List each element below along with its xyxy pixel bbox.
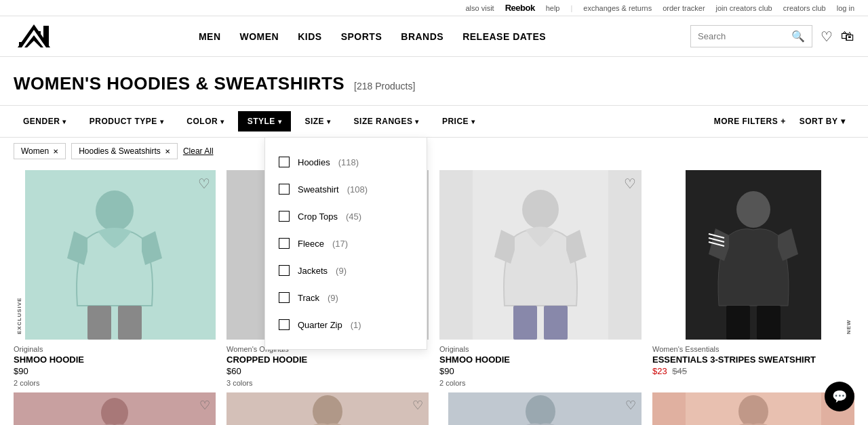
product-info-1: Originals SHMOO HOODIE $90 2 colors [14, 340, 216, 390]
bottom-card-1[interactable]: ♡ [14, 392, 216, 425]
product-info-4: Women's Essentials ESSENTIALS 3-STRIPES … [652, 340, 854, 379]
hoodies-filter-close-icon[interactable]: ✕ [165, 148, 170, 155]
nav-release-dates[interactable]: RELEASE DATES [462, 28, 546, 45]
page-title-area: WOMEN'S HOODIES & SWEATSHIRTS [218 Produ… [0, 57, 868, 105]
price-chevron-icon: ▾ [471, 118, 475, 125]
bottom-card-2[interactable]: ♡ [226, 392, 429, 425]
bottom-card-3[interactable]: ♡ EXCLUSIVE [439, 392, 642, 425]
nav-men[interactable]: MEN [199, 28, 221, 45]
product-info-3: Originals SHMOO HOODIE $90 2 colors [439, 340, 642, 390]
product-card-3[interactable]: ♡ Originals SHMOO HOODIE $90 2 colors [439, 170, 642, 390]
gender-filter-btn[interactable]: GENDER ▾ [14, 111, 76, 131]
clear-all-link[interactable]: Clear All [183, 146, 214, 156]
join-creators-link[interactable]: join creators club [716, 4, 772, 12]
product-name-4: ESSENTIALS 3-STRIPES SWEATSHIRT [652, 355, 854, 365]
products-grid: EXCLUSIVE ♡ Originals SHMOO HOODIE $90 2… [0, 170, 868, 390]
product-type-chevron-icon: ▾ [160, 118, 164, 125]
style-option-crop-tops[interactable]: Crop Tops (45) [279, 203, 413, 230]
product-category-4: Women's Essentials [652, 345, 854, 353]
header: MEN WOMEN KIDS SPORTS BRANDS RELEASE DAT… [0, 16, 868, 57]
top-bar: also visit Reebok help | exchanges & ret… [0, 0, 868, 16]
order-tracker-link[interactable]: order tracker [663, 4, 705, 12]
wishlist-btn-4[interactable]: ♡ [825, 176, 837, 192]
style-option-track[interactable]: Track (9) [279, 284, 413, 311]
style-option-fleece[interactable]: Fleece (17) [279, 230, 413, 257]
nav-kids[interactable]: KIDS [298, 28, 321, 45]
size-ranges-chevron-icon: ▾ [415, 118, 419, 125]
product-name-2: CROPPED HOODIE [226, 355, 429, 365]
sweatshirt-checkbox[interactable] [279, 184, 290, 195]
track-checkbox[interactable] [279, 292, 290, 303]
wishlist-btn-3[interactable]: ♡ [624, 176, 636, 192]
svg-rect-12 [118, 306, 142, 340]
nav-brands[interactable]: BRANDS [401, 28, 443, 45]
search-icon[interactable]: 🔍 [791, 30, 805, 43]
style-option-quarter-zip[interactable]: Quarter Zip (1) [279, 311, 413, 338]
svg-rect-27 [726, 306, 750, 340]
color-chevron-icon: ▾ [220, 118, 224, 125]
style-option-hoodies[interactable]: Hoodies (118) [279, 148, 413, 176]
price-filter-btn[interactable]: PRICE ▾ [433, 111, 485, 131]
style-option-jackets[interactable]: Jackets (9) [279, 257, 413, 284]
product-category-1: Originals [14, 345, 216, 353]
more-filters-btn[interactable]: MORE FILTERS + [714, 117, 786, 126]
product-card-4[interactable]: NEW ♡ Women's Essentials ESSENTIALS 3-ST… [652, 170, 854, 390]
wishlist-btn-b2[interactable]: ♡ [412, 398, 423, 413]
wishlist-btn-b1[interactable]: ♡ [199, 398, 210, 413]
main-nav: MEN WOMEN KIDS SPORTS BRANDS RELEASE DAT… [75, 28, 670, 45]
filter-bar: GENDER ▾ PRODUCT TYPE ▾ COLOR ▾ STYLE ▾ … [0, 105, 868, 138]
wishlist-icon[interactable]: ♡ [821, 28, 833, 45]
svg-rect-28 [757, 306, 781, 340]
reebok-logo[interactable]: Reebok [505, 3, 535, 13]
product-name-3: SHMOO HOODIE [439, 355, 642, 365]
color-filter-btn[interactable]: COLOR ▾ [177, 111, 233, 131]
women-active-filter[interactable]: Women ✕ [14, 143, 66, 159]
size-ranges-filter-btn[interactable]: SIZE RANGES ▾ [344, 111, 429, 131]
nav-sports[interactable]: SPORTS [341, 28, 382, 45]
style-dropdown: Hoodies (118) Sweatshirt (108) Crop Tops… [264, 137, 427, 350]
quarter-zip-checkbox[interactable] [279, 319, 290, 330]
cart-icon[interactable]: 🛍 [841, 28, 854, 44]
also-visit-label: also visit [466, 4, 494, 12]
fleece-checkbox[interactable] [279, 238, 290, 249]
size-chevron-icon: ▾ [327, 118, 331, 125]
product-price-1: $90 [14, 366, 216, 376]
product-price-2: $60 [226, 366, 429, 376]
wishlist-btn-1[interactable]: ♡ [198, 176, 210, 192]
svg-point-23 [736, 191, 770, 228]
product-category-3: Originals [439, 345, 642, 353]
hoodies-active-filter[interactable]: Hoodies & Sweatshirts ✕ [71, 143, 178, 159]
product-count: [218 Products] [354, 81, 415, 92]
search-box[interactable]: 🔍 [690, 25, 812, 47]
crop-tops-checkbox[interactable] [279, 211, 290, 222]
product-colors-2: 3 colors [226, 379, 429, 387]
active-filters-bar: Women ✕ Hoodies & Sweatshirts ✕ Clear Al… [0, 138, 868, 165]
chat-widget[interactable]: 💬 [825, 382, 854, 411]
jackets-checkbox[interactable] [279, 265, 290, 276]
style-filter-btn[interactable]: STYLE ▾ [238, 111, 292, 131]
product-name-1: SHMOO HOODIE [14, 355, 216, 365]
style-option-sweatshirt[interactable]: Sweatshirt (108) [279, 176, 413, 203]
sale-price-4: $23 [652, 366, 667, 376]
wishlist-btn-b3[interactable]: ♡ [625, 398, 636, 413]
exchanges-link[interactable]: exchanges & returns [583, 4, 652, 12]
product-card-1[interactable]: EXCLUSIVE ♡ Originals SHMOO HOODIE $90 2… [14, 170, 216, 390]
original-price-4: $45 [672, 366, 687, 376]
women-filter-close-icon[interactable]: ✕ [53, 148, 58, 155]
product-type-filter-btn[interactable]: PRODUCT TYPE ▾ [80, 111, 174, 131]
size-filter-btn[interactable]: SIZE ▾ [295, 111, 340, 131]
hoodies-checkbox[interactable] [279, 157, 290, 167]
nav-women[interactable]: WOMEN [240, 28, 279, 45]
page-title: WOMEN'S HOODIES & SWEATSHIRTS [14, 73, 344, 94]
sort-by-btn[interactable]: SORT BY ▾ [790, 111, 854, 131]
header-actions: 🔍 ♡ 🛍 [690, 25, 854, 47]
adidas-logo[interactable] [14, 22, 54, 51]
help-link[interactable]: help [546, 4, 560, 12]
product-colors-3: 2 colors [439, 379, 642, 387]
search-input[interactable] [698, 31, 787, 41]
creators-club-link[interactable]: creators club [783, 4, 826, 12]
product-price-3: $90 [439, 366, 642, 376]
exclusive-badge-b3: EXCLUSIVE [439, 392, 448, 425]
plus-icon: + [781, 117, 786, 126]
log-in-link[interactable]: log in [837, 4, 854, 12]
